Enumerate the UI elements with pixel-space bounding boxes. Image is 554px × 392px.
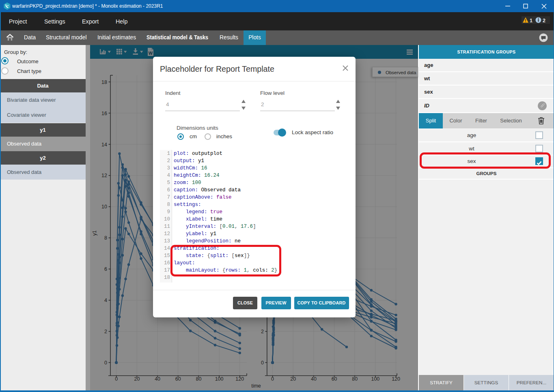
svg-text:1: 1 — [530, 18, 532, 24]
svg-text:2: 2 — [543, 18, 545, 24]
